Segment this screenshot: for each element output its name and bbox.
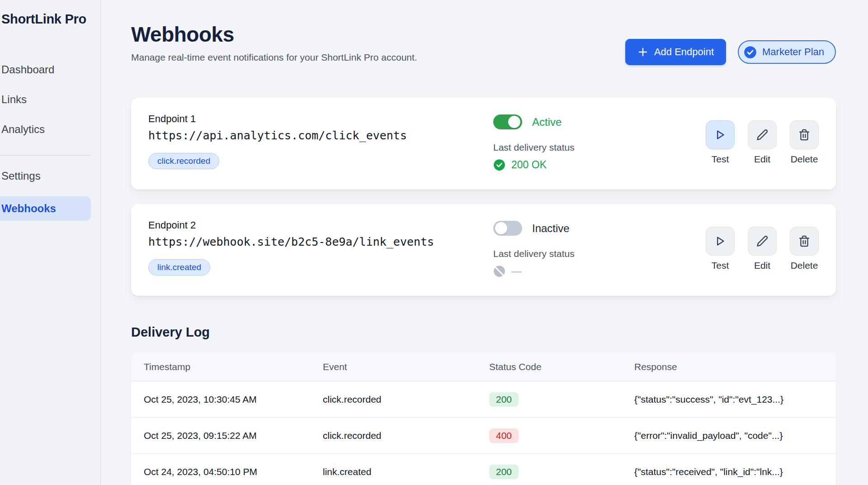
status-code-badge: 200	[489, 465, 519, 479]
edit-button-label: Edit	[754, 260, 770, 271]
sidebar-nav: Dashboard Links Analytics Settings Webho…	[1, 55, 100, 221]
sidebar-item[interactable]: Settings	[1, 164, 100, 188]
status-code-badge: 400	[489, 428, 519, 443]
endpoint-url: https://api.analytics.com/click_events	[148, 129, 493, 142]
sidebar-item[interactable]: Dashboard	[1, 55, 100, 85]
toggle-state-label: Inactive	[532, 222, 570, 235]
endpoint-active-toggle[interactable]	[493, 221, 522, 236]
last-delivery-status: 200 OK	[511, 159, 547, 171]
delivery-log-title: Delivery Log	[131, 325, 836, 340]
edit-button-label: Edit	[754, 154, 770, 165]
sidebar-item[interactable]: Links	[1, 85, 100, 114]
edit-button[interactable]	[748, 120, 777, 149]
plan-badge-label: Marketer Plan	[762, 46, 824, 58]
test-button-label: Test	[712, 260, 729, 271]
endpoint-active-toggle[interactable]	[493, 114, 522, 129]
plan-badge[interactable]: Marketer Plan	[738, 40, 836, 64]
sidebar-item-label: Settings	[1, 170, 41, 182]
delete-button-label: Delete	[791, 260, 818, 271]
page-header: Webhooks Manage real-time event notifica…	[131, 23, 836, 65]
last-delivery-label: Last delivery status	[493, 142, 683, 153]
delivery-log-table: Timestamp Event Status Code Response Oct…	[131, 352, 836, 485]
endpoint-card: Endpoint 2 https://webhook.site/b2c5-8e9…	[131, 204, 836, 296]
table-header-row: Timestamp Event Status Code Response	[131, 352, 836, 381]
pencil-icon	[756, 235, 769, 247]
delete-button[interactable]	[790, 120, 819, 149]
page-title: Webhooks	[131, 23, 417, 47]
cell-timestamp: Oct 25, 2023, 09:15:22 AM	[144, 430, 323, 441]
endpoint-url: https://webhook.site/b2c5-8e9a/link_even…	[148, 235, 493, 248]
column-header-timestamp: Timestamp	[144, 361, 323, 372]
test-button[interactable]	[706, 227, 735, 256]
sidebar-item-label: Webhooks	[1, 202, 56, 215]
endpoint-card: Endpoint 1 https://api.analytics.com/cli…	[131, 98, 836, 190]
check-circle-icon	[744, 46, 757, 59]
sidebar-item[interactable]: Webhooks	[1, 196, 100, 221]
sidebar-item-label: Dashboard	[1, 63, 54, 76]
play-icon	[714, 128, 726, 141]
endpoint-name: Endpoint 2	[148, 219, 493, 231]
test-button[interactable]	[706, 120, 735, 149]
table-row: Oct 25, 2023, 09:15:22 AM click.recorded…	[131, 418, 836, 454]
last-delivery-label: Last delivery status	[493, 248, 683, 259]
cell-event: click.recorded	[323, 394, 489, 405]
cell-event: link.created	[323, 466, 489, 477]
event-tag: click.recorded	[148, 153, 219, 169]
edit-button[interactable]	[748, 227, 777, 256]
column-header-event: Event	[323, 361, 489, 372]
add-endpoint-label: Add Endpoint	[654, 46, 714, 58]
page-subtitle: Manage real-time event notifications for…	[131, 52, 417, 63]
cell-response: {"status":"success", "id":"evt_123...}	[634, 394, 823, 405]
delete-button[interactable]	[790, 227, 819, 256]
cell-status-code: 400	[489, 428, 634, 443]
sidebar-divider	[0, 155, 90, 156]
event-tag: link.created	[148, 259, 210, 276]
status-code-badge: 200	[489, 392, 519, 407]
column-header-response: Response	[634, 361, 823, 372]
cell-status-code: 200	[489, 392, 634, 407]
main-content: Webhooks Manage real-time event notifica…	[101, 0, 868, 485]
trash-icon	[798, 235, 811, 247]
sidebar-item-label: Links	[1, 93, 27, 106]
table-row: Oct 24, 2023, 04:50:10 PM link.created 2…	[131, 454, 836, 485]
play-icon	[714, 235, 726, 247]
sidebar: ShortLink Pro Dashboard Links Analytics …	[0, 0, 101, 485]
sidebar-item-label: Analytics	[1, 123, 45, 136]
last-delivery-status: —	[511, 265, 522, 277]
cell-status-code: 200	[489, 465, 634, 479]
cell-response: {"error":"invalid_payload", "code"...}	[634, 430, 823, 441]
delete-button-label: Delete	[791, 154, 818, 165]
slash-circle-icon	[493, 265, 505, 277]
test-button-label: Test	[712, 154, 729, 165]
sidebar-item-pill[interactable]: Webhooks	[0, 196, 91, 221]
add-endpoint-button[interactable]: Add Endpoint	[625, 39, 726, 65]
column-header-status-code: Status Code	[489, 361, 634, 372]
app-brand: ShortLink Pro	[1, 12, 100, 27]
cell-timestamp: Oct 25, 2023, 10:30:45 AM	[144, 394, 323, 405]
toggle-knob	[508, 116, 520, 128]
cell-event: click.recorded	[323, 430, 489, 441]
sidebar-item-pill[interactable]: Settings	[0, 164, 91, 188]
trash-icon	[798, 128, 811, 141]
cell-response: {"status":"received", "link_id":"lnk...}	[634, 466, 823, 477]
table-row: Oct 25, 2023, 10:30:45 AM click.recorded…	[131, 381, 836, 418]
pencil-icon	[756, 128, 769, 141]
toggle-state-label: Active	[532, 116, 561, 128]
toggle-knob	[495, 222, 507, 234]
check-circle-icon	[493, 159, 505, 171]
endpoint-name: Endpoint 1	[148, 113, 493, 125]
sidebar-item[interactable]: Analytics	[1, 114, 100, 144]
cell-timestamp: Oct 24, 2023, 04:50:10 PM	[144, 466, 323, 477]
plus-icon	[637, 47, 648, 57]
